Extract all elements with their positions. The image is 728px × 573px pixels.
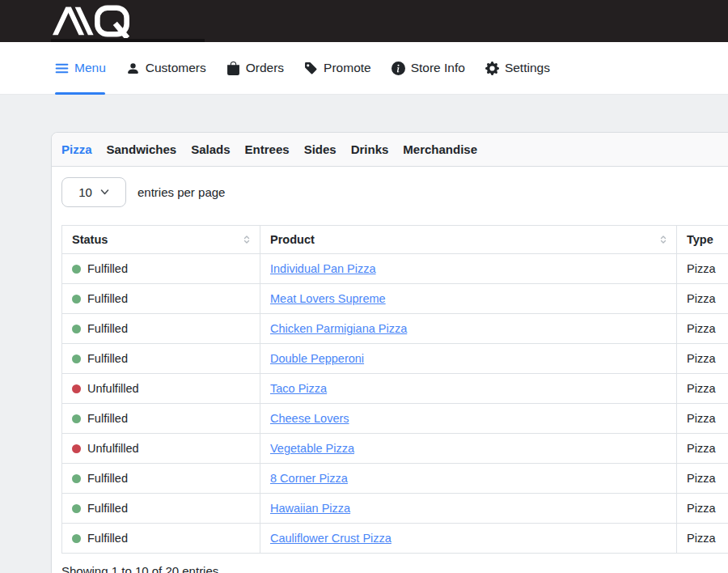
entries-per-page-label: entries per page: [138, 185, 225, 199]
page-content: PizzaSandwichesSaladsEntreesSidesDrinksM…: [0, 95, 728, 573]
product-link[interactable]: Taco Pizza: [270, 382, 327, 395]
column-header-product[interactable]: Product: [260, 226, 677, 254]
product-cell: Meat Lovers Supreme: [260, 284, 677, 314]
column-label: Type: [687, 233, 713, 246]
products-table: StatusProductType FulfilledIndividual Pa…: [61, 225, 728, 554]
product-cell: Cauliflower Crust Pizza: [260, 524, 677, 554]
product-cell: Double Pepperoni: [260, 344, 677, 374]
status-dot-icon: [72, 414, 81, 423]
status-label: Fulfilled: [87, 292, 128, 305]
product-cell: 8 Corner Pizza: [260, 464, 677, 494]
nav-item-menu[interactable]: Menu: [55, 61, 106, 75]
entries-per-page-row: 10 entries per page: [61, 177, 728, 207]
nav-item-promote[interactable]: Promote: [304, 61, 371, 75]
tab-merchandise[interactable]: Merchandise: [403, 142, 477, 156]
nav-item-orders[interactable]: Orders: [226, 61, 284, 75]
status-cell: Fulfilled: [62, 464, 260, 494]
entries-per-page-value: 10: [78, 185, 92, 199]
tab-sandwiches[interactable]: Sandwiches: [107, 142, 177, 156]
status-label: Unfulfilled: [87, 382, 139, 395]
nav-item-label: Store Info: [411, 61, 465, 75]
status-dot-icon: [72, 534, 81, 543]
nav-item-label: Customers: [146, 61, 206, 75]
column-header-status[interactable]: Status: [62, 226, 260, 254]
table-row: UnfulfilledTaco PizzaPizza: [62, 374, 728, 404]
gear-icon: [485, 62, 499, 75]
product-link[interactable]: Chicken Parmigiana Pizza: [270, 322, 407, 335]
card-body: 10 entries per page StatusProductType Fu…: [52, 167, 728, 573]
status-label: Fulfilled: [87, 532, 128, 545]
top-header-bar: [0, 0, 728, 42]
product-link[interactable]: Cauliflower Crust Pizza: [270, 532, 392, 545]
product-link[interactable]: Hawaiian Pizza: [270, 502, 350, 515]
sort-arrows-icon: [658, 235, 668, 244]
tag-icon: [304, 62, 318, 75]
tab-sides[interactable]: Sides: [304, 142, 336, 156]
sort-arrows-icon: [242, 235, 252, 244]
status-cell: Unfulfilled: [62, 434, 260, 464]
status-cell: Fulfilled: [62, 494, 260, 524]
status-cell: Fulfilled: [62, 524, 260, 554]
type-cell: Pizza: [677, 524, 728, 554]
product-link[interactable]: Individual Pan Pizza: [270, 262, 376, 275]
entries-per-page-select[interactable]: 10: [61, 177, 126, 207]
menu-products-card: PizzaSandwichesSaladsEntreesSidesDrinksM…: [51, 132, 728, 573]
product-link[interactable]: Meat Lovers Supreme: [270, 292, 386, 305]
table-row: FulfilledCheese LoversPizza: [62, 404, 728, 434]
table-summary: Showing 1 to 10 of 20 entries: [61, 564, 728, 573]
category-tabs: PizzaSandwichesSaladsEntreesSidesDrinksM…: [52, 133, 728, 167]
product-link[interactable]: Cheese Lovers: [270, 412, 349, 425]
status-dot-icon: [72, 504, 81, 513]
status-label: Fulfilled: [87, 412, 128, 425]
nav-item-label: Menu: [74, 61, 106, 75]
product-link[interactable]: 8 Corner Pizza: [270, 472, 348, 485]
tab-entrees[interactable]: Entrees: [245, 142, 290, 156]
type-cell: Pizza: [677, 254, 728, 284]
table-row: FulfilledIndividual Pan PizzaPizza: [62, 254, 728, 284]
status-label: Fulfilled: [87, 352, 128, 365]
tab-salads[interactable]: Salads: [191, 142, 230, 156]
status-dot-icon: [72, 265, 81, 274]
tab-drinks[interactable]: Drinks: [351, 142, 389, 156]
status-label: Fulfilled: [87, 472, 128, 485]
table-row: UnfulfilledVegetable PizzaPizza: [62, 434, 728, 464]
status-cell: Unfulfilled: [62, 374, 260, 404]
status-dot-icon: [72, 444, 81, 453]
product-link[interactable]: Double Pepperoni: [270, 352, 364, 365]
nav-item-settings[interactable]: Settings: [485, 61, 550, 75]
nav-item-label: Orders: [246, 61, 284, 75]
info-icon: [392, 62, 405, 75]
table-header-row: StatusProductType: [62, 226, 728, 254]
status-dot-icon: [72, 295, 81, 303]
product-link[interactable]: Vegetable Pizza: [270, 442, 354, 455]
nav-item-label: Settings: [505, 61, 550, 75]
status-dot-icon: [72, 325, 81, 333]
table-row: FulfilledMeat Lovers SupremePizza: [62, 284, 728, 314]
product-cell: Chicken Parmigiana Pizza: [260, 314, 677, 344]
chevron-down-icon: [100, 189, 109, 196]
status-cell: Fulfilled: [62, 314, 260, 344]
type-cell: Pizza: [677, 284, 728, 314]
product-cell: Individual Pan Pizza: [260, 254, 677, 284]
type-cell: Pizza: [677, 464, 728, 494]
nav-item-customers[interactable]: Customers: [126, 61, 206, 75]
main-navigation: MenuCustomersOrdersPromoteStore InfoSett…: [0, 42, 728, 95]
nav-item-store-info[interactable]: Store Info: [392, 61, 465, 75]
product-cell: Hawaiian Pizza: [260, 494, 677, 524]
table-row: FulfilledCauliflower Crust PizzaPizza: [62, 524, 728, 554]
hamburger-icon: [55, 62, 69, 75]
status-dot-icon: [72, 354, 81, 363]
column-label: Status: [72, 233, 108, 246]
status-cell: Fulfilled: [62, 254, 260, 284]
status-label: Unfulfilled: [87, 442, 139, 455]
tab-pizza[interactable]: Pizza: [61, 142, 92, 156]
status-label: Fulfilled: [87, 262, 128, 275]
status-cell: Fulfilled: [62, 284, 260, 314]
nav-item-label: Promote: [324, 61, 371, 75]
column-label: Product: [270, 233, 315, 246]
status-cell: Fulfilled: [62, 404, 260, 434]
type-cell: Pizza: [677, 374, 728, 404]
type-cell: Pizza: [677, 434, 728, 464]
table-row: Fulfilled8 Corner PizzaPizza: [62, 464, 728, 494]
product-cell: Cheese Lovers: [260, 404, 677, 434]
